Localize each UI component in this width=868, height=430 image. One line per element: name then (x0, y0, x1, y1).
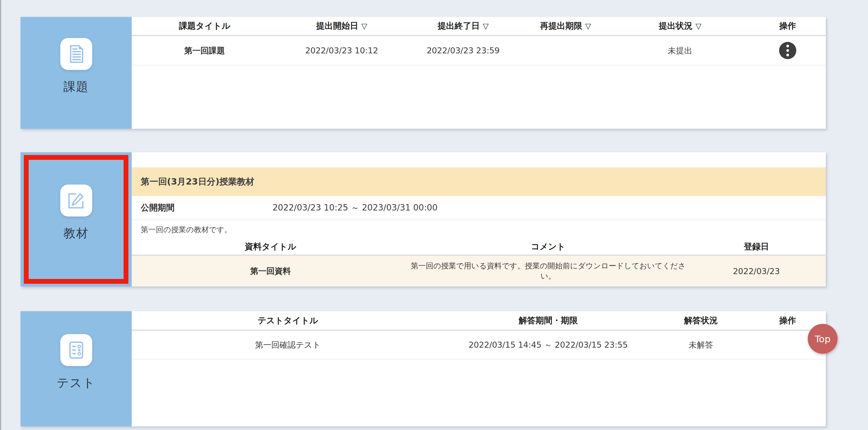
col-header-label: 再提出期限 (540, 20, 582, 32)
assignments-empty-area (132, 65, 826, 129)
assignments-table-header: 課題タイトル 提出開始日 ▽ 提出終了日 ▽ 再提出期限 ▽ 提出状況 ▽ 操作 (132, 17, 826, 36)
col-header-material-title: 資料タイトル (132, 241, 409, 252)
material-comment: 第一回の授業で用いる資料です。授業の開始前にダウンロードしておいてください。 (410, 261, 687, 281)
kebab-dot (786, 54, 789, 56)
edit-icon (60, 184, 92, 217)
assignment-end-date: 2022/03/23 23:59 (406, 46, 521, 55)
col-header-registered-date: 登録日 (687, 241, 826, 252)
col-header-test-title: テストタイトル (132, 315, 444, 326)
col-header-submit-start-sort[interactable]: 提出開始日 ▽ (278, 20, 406, 32)
col-header-resubmit-deadline-sort[interactable]: 再提出期限 ▽ (521, 20, 611, 32)
materials-open-period-row: 公開期間 2022/03/23 10:25 ～ 2023/03/31 00:00 (132, 196, 826, 220)
col-header-answer-status: 解答状況 (652, 315, 749, 326)
col-header-label: 解答期間・期限 (519, 315, 578, 326)
row-actions-kebab-button[interactable] (779, 42, 796, 59)
tests-panel: テストタイトル 解答期間・期限 解答状況 操作 第一回確認テスト 2022/03… (132, 311, 826, 426)
tests-table-header: テストタイトル 解答期間・期限 解答状況 操作 (132, 311, 826, 331)
materials-section-title: 第一回(3月23日分)授業教材 (141, 176, 254, 188)
sidebar-tile-materials[interactable]: 教材 (21, 152, 132, 286)
col-header-assignment-title: 課題タイトル (132, 20, 278, 32)
col-header-label: 提出終了日 (438, 20, 480, 32)
col-header-actions: 操作 (749, 20, 826, 32)
sort-down-icon[interactable]: ▽ (361, 22, 367, 30)
col-header-label: 解答状況 (684, 315, 718, 326)
col-header-label: 提出開始日 (316, 20, 358, 32)
material-comment-cell: 第一回の授業で用いる資料です。授業の開始前にダウンロードしておいてください。 (409, 261, 687, 281)
materials-panel: 第一回(3月23日分)授業教材 公開期間 2022/03/23 10:25 ～ … (132, 152, 826, 286)
back-to-top-button[interactable]: Top (808, 324, 838, 354)
sidebar-tile-tests[interactable]: テスト (21, 311, 132, 426)
col-header-label: 操作 (779, 315, 796, 326)
window-left-edge (0, 0, 1, 430)
test-answer-period: 2022/03/15 14:45 ～ 2022/03/15 23:55 (444, 340, 652, 350)
col-header-submit-status-sort[interactable]: 提出状況 ▽ (611, 20, 749, 32)
test-table-row: 第一回確認テスト 2022/03/15 14:45 ～ 2022/03/15 2… (132, 331, 826, 360)
col-header-actions: 操作 (749, 315, 826, 326)
sidebar-tile-assignments[interactable]: 課題 (21, 17, 132, 129)
materials-top-strip (132, 152, 826, 167)
assignment-status: 未提出 (611, 45, 749, 56)
section-materials: 教材 第一回(3月23日分)授業教材 公開期間 2022/03/23 10:25… (21, 152, 826, 286)
col-header-label: テストタイトル (258, 315, 318, 326)
tile-assignments-label: 課題 (64, 78, 89, 95)
materials-section-band: 第一回(3月23日分)授業教材 (132, 167, 826, 196)
col-header-label: 提出状況 (659, 20, 692, 32)
col-header-label: 操作 (779, 20, 796, 32)
col-header-label: コメント (531, 241, 565, 252)
col-header-submit-end-sort[interactable]: 提出終了日 ▽ (406, 20, 521, 32)
tile-tests-content: テスト (57, 334, 96, 391)
assignments-panel: 課題タイトル 提出開始日 ▽ 提出終了日 ▽ 再提出期限 ▽ 提出状況 ▽ 操作 (132, 17, 826, 129)
quiz-icon (60, 334, 92, 366)
material-table-row[interactable]: 第一回資料 第一回の授業で用いる資料です。授業の開始前にダウンロードしておいてく… (132, 256, 826, 286)
sort-down-icon[interactable]: ▽ (695, 22, 701, 30)
col-header-label: 課題タイトル (179, 20, 230, 32)
col-header-label: 資料タイトル (245, 241, 296, 252)
open-period-label: 公開期間 (132, 202, 273, 213)
col-header-comment: コメント (409, 241, 687, 252)
section-tests: テスト テストタイトル 解答期間・期限 解答状況 操作 第一回確認テスト 202… (21, 311, 826, 426)
material-registered-date: 2022/03/23 (687, 266, 826, 276)
col-header-answer-period: 解答期間・期限 (444, 315, 652, 326)
tests-empty-area (132, 360, 826, 426)
assignment-start-date: 2022/03/23 10:12 (278, 46, 406, 55)
tile-tests-label: テスト (57, 374, 96, 391)
kebab-dot (786, 45, 789, 47)
tile-materials-label: 教材 (64, 225, 89, 241)
test-answer-status: 未解答 (652, 340, 749, 350)
document-icon (60, 38, 92, 70)
assignment-title: 第一回課題 (132, 45, 278, 56)
sort-down-icon[interactable]: ▽ (585, 22, 591, 30)
section-assignments: 課題 課題タイトル 提出開始日 ▽ 提出終了日 ▽ 再提出期限 ▽ 提出状況 ▽ (21, 17, 826, 129)
material-title[interactable]: 第一回資料 (132, 266, 409, 277)
tile-materials-content: 教材 (60, 184, 92, 241)
col-header-label: 登録日 (744, 241, 769, 252)
sort-down-icon[interactable]: ▽ (483, 22, 489, 30)
tile-assignments-content: 課題 (60, 38, 92, 95)
test-title: 第一回確認テスト (132, 340, 444, 350)
materials-description: 第一回の授業の教材です。 (132, 220, 826, 239)
assignment-table-row: 第一回課題 2022/03/23 10:12 2022/03/23 23:59 … (132, 36, 826, 65)
materials-table-header: 資料タイトル コメント 登録日 (132, 239, 826, 256)
open-period-value: 2022/03/23 10:25 ～ 2023/03/31 00:00 (273, 202, 438, 213)
kebab-dot (786, 49, 789, 52)
assignment-actions-cell (749, 42, 826, 59)
